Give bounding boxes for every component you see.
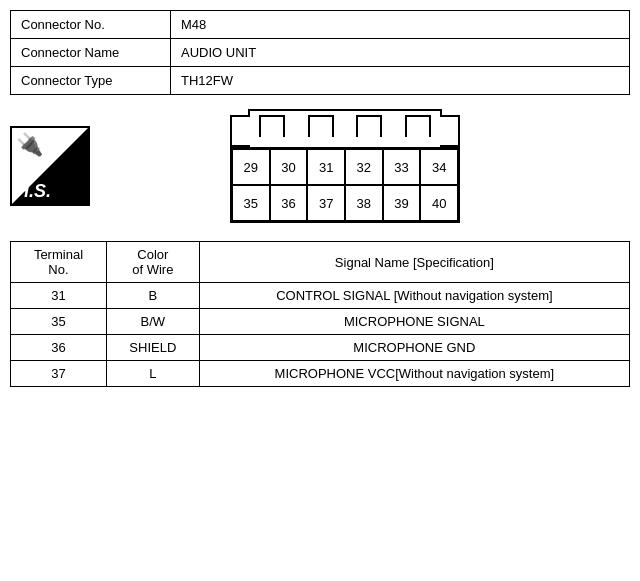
info-label: Connector No. [11,11,171,39]
wire-color: B/W [106,309,199,335]
signal-table-row: 37 L MICROPHONE VCC[Without navigation s… [11,361,630,387]
connector-side-right [440,115,460,147]
info-label: Connector Type [11,67,171,95]
diagram-row: 🔌 H.S. 293031323334 353637383940 [10,109,630,223]
connector-pin: 36 [270,185,308,221]
info-table-row: Connector Type TH12FW [11,67,630,95]
signal-name: MICROPHONE VCC[Without navigation system… [199,361,629,387]
info-value: M48 [171,11,630,39]
info-value: AUDIO UNIT [171,39,630,67]
connector-side-left [230,115,250,147]
connector-row-1: 293031323334 [232,149,458,185]
terminal-no: 37 [11,361,107,387]
connector-pin: 35 [232,185,270,221]
wire-color: SHIELD [106,335,199,361]
connector-tab [405,115,431,137]
connector-diagram: 293031323334 353637383940 [230,109,460,223]
connector-pin: 30 [270,149,308,185]
hs-badge: 🔌 H.S. [10,126,90,206]
info-label: Connector Name [11,39,171,67]
connector-pin: 29 [232,149,270,185]
header-signal: Signal Name [Specification] [199,242,629,283]
info-table-row: Connector No. M48 [11,11,630,39]
info-value: TH12FW [171,67,630,95]
connector-tab [356,115,382,137]
connector-pin: 39 [383,185,421,221]
signal-table-row: 31 B CONTROL SIGNAL [Without navigation … [11,283,630,309]
wire-color: B [106,283,199,309]
signal-table-row: 36 SHIELD MICROPHONE GND [11,335,630,361]
signal-table: TerminalNo. Colorof Wire Signal Name [Sp… [10,241,630,387]
terminal-no: 31 [11,283,107,309]
connector-icon: 🔌 [16,132,43,158]
hs-text: H.S. [16,181,51,202]
signal-table-row: 35 B/W MICROPHONE SIGNAL [11,309,630,335]
connector-tab [259,115,285,137]
connector-body: 293031323334 353637383940 [230,147,460,223]
wire-color: L [106,361,199,387]
info-table: Connector No. M48 Connector Name AUDIO U… [10,10,630,95]
connector-pin: 31 [307,149,345,185]
connector-row-2: 353637383940 [232,185,458,221]
terminal-no: 35 [11,309,107,335]
connector-tabs [248,115,442,137]
connector-pin: 38 [345,185,383,221]
connector-top [230,109,460,147]
connector-pin: 32 [345,149,383,185]
info-table-row: Connector Name AUDIO UNIT [11,39,630,67]
signal-name: MICROPHONE GND [199,335,629,361]
signal-name: MICROPHONE SIGNAL [199,309,629,335]
connector-pin: 37 [307,185,345,221]
signal-table-header: TerminalNo. Colorof Wire Signal Name [Sp… [11,242,630,283]
terminal-no: 36 [11,335,107,361]
connector-pin: 33 [383,149,421,185]
connector-pin: 40 [420,185,458,221]
connector-tab [308,115,334,137]
header-terminal: TerminalNo. [11,242,107,283]
signal-name: CONTROL SIGNAL [Without navigation syste… [199,283,629,309]
header-color: Colorof Wire [106,242,199,283]
connector-pin: 34 [420,149,458,185]
